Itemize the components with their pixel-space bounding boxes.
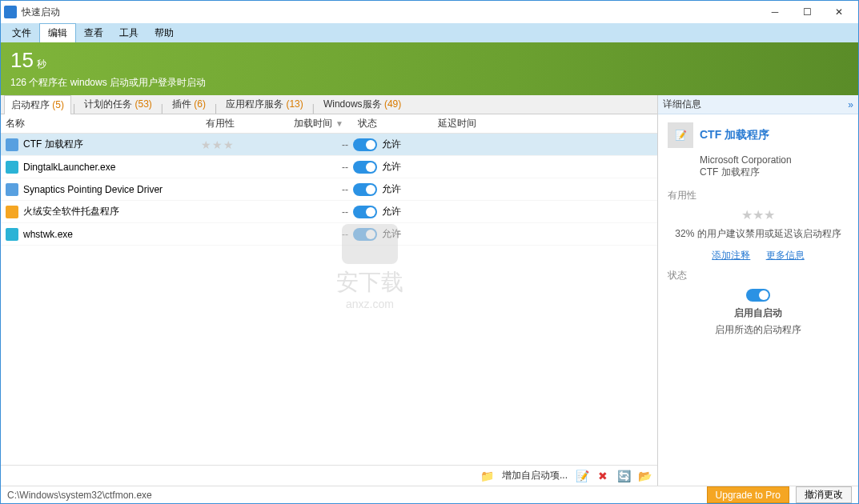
folder-icon[interactable]: 📁	[481, 470, 494, 482]
details-desc: CTF 加载程序	[700, 166, 849, 179]
usefulness-label: 有用性	[668, 189, 849, 202]
details-vendor: Microsoft Corporation	[700, 154, 849, 166]
link-add-comment[interactable]: 添加注释	[712, 250, 750, 261]
details-state-sub: 启用所选的启动程序	[668, 323, 849, 337]
tab-startup[interactable]: 启动程序 (5)	[4, 95, 71, 114]
row-toggle[interactable]	[353, 228, 377, 241]
summary-line: 126 个程序在 windows 启动或用户登录时启动	[10, 76, 206, 90]
titlebar: 快速启动 ─ ☐ ✕	[1, 1, 858, 23]
statusbar: C:\Windows\system32\ctfmon.exe Upgrade t…	[1, 486, 858, 503]
menu-edit[interactable]: 编辑	[39, 23, 76, 43]
row-usefulness: ★★★	[201, 138, 289, 151]
summary-band: 15秒 126 个程序在 windows 启动或用户登录时启动	[1, 42, 858, 95]
row-state: 允许	[382, 182, 401, 196]
details-state-primary: 启用自启动	[668, 306, 849, 320]
menu-file[interactable]: 文件	[4, 24, 39, 42]
details-name: CTF 加载程序	[700, 128, 769, 142]
tab-scheduled[interactable]: 计划的任务 (53)	[77, 94, 159, 114]
delete-icon[interactable]: ✖	[596, 470, 609, 482]
table-row[interactable]: CTF 加载程序★★★--允许	[1, 134, 657, 156]
close-button[interactable]: ✕	[823, 1, 855, 23]
row-toggle[interactable]	[353, 138, 377, 151]
row-loadtime: --	[289, 139, 353, 150]
upgrade-button[interactable]: Upgrade to Pro	[707, 486, 789, 503]
state-label: 状态	[668, 269, 849, 282]
table-row[interactable]: 火绒安全软件托盘程序--允许	[1, 201, 657, 223]
table-row[interactable]: DingtalkLauncher.exe--允许	[1, 156, 657, 178]
tab-appservices[interactable]: 应用程序服务 (13)	[219, 94, 311, 114]
row-icon	[6, 206, 18, 218]
tab-plugins[interactable]: 插件 (6)	[165, 94, 213, 114]
row-loadtime: --	[289, 184, 353, 195]
status-path: C:\Windows\system32\ctfmon.exe	[7, 490, 152, 501]
row-loadtime: --	[289, 229, 353, 240]
row-state: 允许	[382, 138, 401, 151]
row-state: 允许	[382, 227, 401, 241]
details-stars: ★★★	[668, 207, 849, 222]
row-icon	[6, 138, 18, 151]
left-pane: 启动程序 (5)| 计划的任务 (53)| 插件 (6)| 应用程序服务 (13…	[1, 95, 658, 486]
details-app-icon: 📝	[668, 122, 693, 148]
summary-value: 15	[10, 48, 34, 72]
col-usefulness[interactable]: 有用性	[206, 117, 294, 130]
left-footer: 📁 增加自启动项... 📝 ✖ 🔄 📂	[1, 465, 657, 486]
col-loadtime[interactable]: 加载时间▼	[294, 117, 358, 130]
edit-icon[interactable]: 📝	[576, 470, 588, 482]
grid-rows: CTF 加载程序★★★--允许DingtalkLauncher.exe--允许S…	[1, 134, 657, 465]
grid-header: 名称 有用性 加载时间▼ 状态 延迟时间	[1, 114, 657, 134]
sort-arrow-icon: ▼	[335, 119, 343, 128]
details-pane: 详细信息 » 📝 CTF 加载程序 Microsoft Corporation …	[658, 95, 858, 486]
details-title-label: 详细信息	[663, 98, 701, 111]
table-row[interactable]: whstwk.exe--允许	[1, 223, 657, 246]
minimize-button[interactable]: ─	[759, 1, 791, 23]
menubar: 文件 编辑 查看 工具 帮助	[1, 23, 858, 42]
row-icon	[6, 228, 18, 241]
table-row[interactable]: Synaptics Pointing Device Driver--允许	[1, 178, 657, 201]
add-startup-link[interactable]: 增加自启动项...	[502, 469, 568, 482]
details-header: 详细信息 »	[658, 95, 858, 114]
row-name: DingtalkLauncher.exe	[23, 162, 115, 173]
col-state[interactable]: 状态	[358, 117, 438, 130]
menu-view[interactable]: 查看	[76, 24, 111, 42]
details-state-toggle[interactable]	[746, 289, 770, 302]
app-icon	[4, 6, 17, 18]
row-state: 允许	[382, 205, 401, 218]
cancel-button[interactable]: 撤消更改	[796, 486, 852, 503]
row-name: whstwk.exe	[23, 229, 73, 240]
row-loadtime: --	[289, 162, 353, 173]
row-toggle[interactable]	[353, 206, 377, 218]
maximize-button[interactable]: ☐	[791, 1, 823, 23]
row-loadtime: --	[289, 206, 353, 218]
expand-icon[interactable]: »	[848, 99, 853, 110]
window-title: 快速启动	[22, 6, 759, 19]
details-note: 32% 的用户建议禁用或延迟该启动程序	[668, 227, 849, 241]
menu-help[interactable]: 帮助	[147, 24, 182, 42]
menu-tools[interactable]: 工具	[111, 24, 147, 42]
col-delay[interactable]: 延迟时间	[438, 117, 652, 130]
row-name: CTF 加载程序	[23, 138, 83, 151]
row-toggle[interactable]	[353, 183, 377, 196]
row-icon	[6, 161, 18, 174]
row-name: Synaptics Pointing Device Driver	[23, 184, 163, 195]
tab-winservices[interactable]: Windows服务 (49)	[316, 94, 408, 114]
col-name[interactable]: 名称	[6, 117, 206, 130]
summary-unit: 秒	[37, 58, 46, 70]
row-name: 火绒安全软件托盘程序	[23, 205, 119, 218]
row-state: 允许	[382, 160, 401, 174]
row-icon	[6, 183, 18, 196]
open-folder-icon[interactable]: 📂	[638, 470, 651, 482]
tabs: 启动程序 (5)| 计划的任务 (53)| 插件 (6)| 应用程序服务 (13…	[1, 95, 657, 114]
refresh-icon[interactable]: 🔄	[617, 470, 630, 482]
link-more-info[interactable]: 更多信息	[766, 250, 805, 261]
row-toggle[interactable]	[353, 161, 377, 174]
